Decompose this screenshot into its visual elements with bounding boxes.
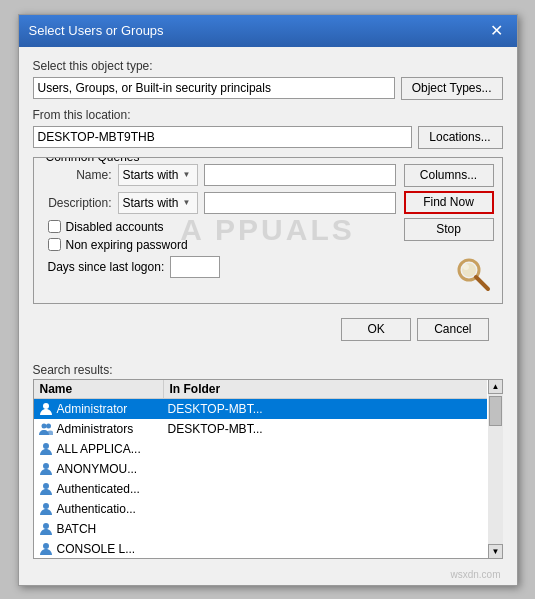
common-queries-tab[interactable]: Common Queries [42,157,144,164]
location-label: From this location: [33,108,503,122]
name-input[interactable] [204,164,396,186]
dialog-footer: OK Cancel [33,314,503,349]
columns-button[interactable]: Columns... [404,164,494,187]
name-cell: Authenticatio... [34,500,164,518]
user-icon [38,521,54,537]
object-type-input[interactable] [33,77,395,99]
location-row: Locations... [33,126,503,149]
disabled-accounts-checkbox[interactable] [48,220,61,233]
name-cell: ANONYMOU... [34,460,164,478]
group-icon [38,421,54,437]
scrollbar[interactable]: ▲ ▼ [488,379,503,559]
results-container: Name In Folder Administrator DESKTOP-MBT… [33,379,503,559]
description-dropdown[interactable]: Starts with ▼ [118,192,198,214]
name-cell: Administrators [34,420,164,438]
svg-point-11 [43,523,49,529]
user-icon [38,461,54,477]
description-dropdown-arrow: ▼ [183,198,191,207]
folder-cell: DESKTOP-MBT... [164,421,487,437]
user-icon [38,541,54,557]
object-types-button[interactable]: Object Types... [401,77,503,100]
queries-left: Name: Starts with ▼ Description: Starts … [42,164,396,293]
days-input[interactable] [170,256,220,278]
non-expiring-row: Non expiring password [48,238,396,252]
scroll-track[interactable] [488,394,503,544]
svg-point-8 [43,463,49,469]
name-cell: Administrator [34,400,164,418]
queries-content: Name: Starts with ▼ Description: Starts … [42,164,494,293]
svg-point-7 [43,443,49,449]
name-label: Name: [42,168,112,182]
svg-line-2 [476,277,488,289]
svg-point-3 [463,264,469,270]
search-icon-area [404,255,494,293]
scroll-thumb[interactable] [489,396,502,426]
svg-point-4 [43,403,49,409]
user-icon [38,501,54,517]
wsxdn-watermark-area: wsxdn.com [19,567,517,585]
svg-point-10 [43,503,49,509]
non-expiring-checkbox[interactable] [48,238,61,251]
table-row[interactable]: Authenticatio... [34,499,487,519]
find-now-button[interactable]: Find Now [404,191,494,214]
name-cell: Authenticated... [34,480,164,498]
table-row[interactable]: Administrator DESKTOP-MBT... [34,399,487,419]
folder-cell [164,548,487,550]
ok-button[interactable]: OK [341,318,411,341]
results-table[interactable]: Name In Folder Administrator DESKTOP-MBT… [33,379,503,559]
user-icon [38,401,54,417]
name-column-header[interactable]: Name [34,380,164,398]
scroll-down-button[interactable]: ▼ [488,544,503,559]
folder-column-header[interactable]: In Folder [164,380,487,398]
close-button[interactable]: ✕ [487,21,507,41]
cancel-button[interactable]: Cancel [417,318,488,341]
name-cell: ALL APPLICA... [34,440,164,458]
folder-cell [164,488,487,490]
location-input[interactable] [33,126,412,148]
svg-point-9 [43,483,49,489]
name-dropdown[interactable]: Starts with ▼ [118,164,198,186]
select-users-dialog: Select Users or Groups ✕ Select this obj… [18,14,518,586]
user-icon [38,481,54,497]
wsxdn-text: wsxdn.com [450,569,500,580]
table-row[interactable]: ANONYMOU... [34,459,487,479]
table-row[interactable]: ALL APPLICA... [34,439,487,459]
days-row: Days since last logon: [48,256,396,278]
object-type-label: Select this object type: [33,59,503,73]
folder-cell: DESKTOP-MBT... [164,401,487,417]
name-dropdown-arrow: ▼ [183,170,191,179]
disabled-accounts-row: Disabled accounts [48,220,396,234]
search-magnifier-icon [454,255,494,293]
non-expiring-label: Non expiring password [66,238,188,252]
user-icon [38,441,54,457]
disabled-accounts-label: Disabled accounts [66,220,164,234]
table-row[interactable]: BATCH [34,519,487,539]
dialog-title: Select Users or Groups [29,23,164,38]
locations-button[interactable]: Locations... [418,126,503,149]
description-input[interactable] [204,192,396,214]
folder-cell [164,528,487,530]
dialog-body: Select this object type: Object Types...… [19,47,517,359]
search-results-label: Search results: [19,359,517,379]
folder-cell [164,468,487,470]
table-row[interactable]: CONSOLE L... [34,539,487,559]
title-bar: Select Users or Groups ✕ [19,15,517,47]
svg-point-5 [41,423,46,428]
description-label: Description: [42,196,112,210]
common-queries-group: Common Queries A PPUALS Name: Starts wit… [33,157,503,304]
description-row: Description: Starts with ▼ [42,192,396,214]
table-row[interactable]: Administrators DESKTOP-MBT... [34,419,487,439]
days-label: Days since last logon: [48,260,165,274]
results-header: Name In Folder [34,380,487,399]
folder-cell [164,448,487,450]
queries-right: Columns... Find Now Stop [404,164,494,293]
name-cell: BATCH [34,520,164,538]
scroll-up-button[interactable]: ▲ [488,379,503,394]
stop-button[interactable]: Stop [404,218,494,241]
svg-point-12 [43,543,49,549]
name-row: Name: Starts with ▼ [42,164,396,186]
table-row[interactable]: Authenticated... [34,479,487,499]
name-cell: CONSOLE L... [34,540,164,558]
folder-cell [164,508,487,510]
object-type-row: Object Types... [33,77,503,100]
